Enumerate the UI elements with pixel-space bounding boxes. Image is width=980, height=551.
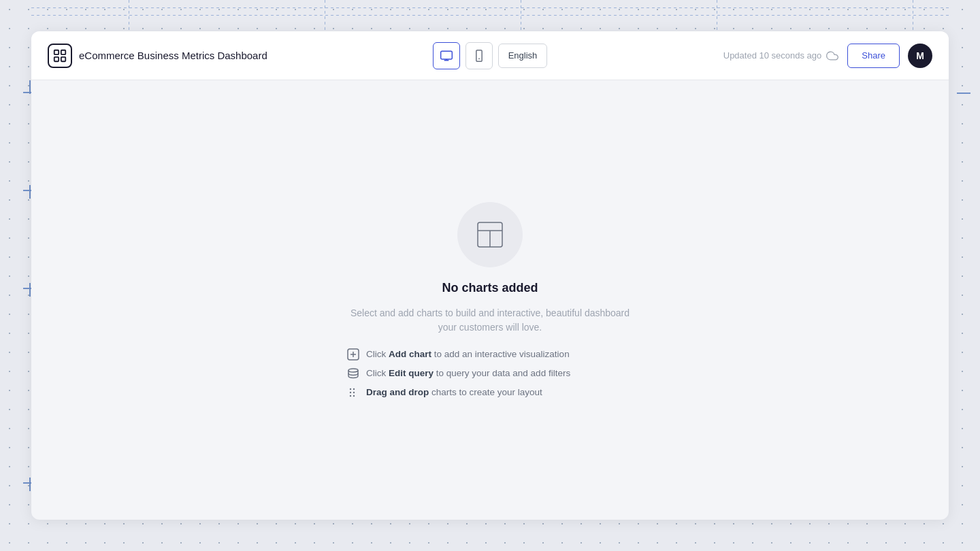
dashboard-card: eCommerce Business Metrics Dashboard Eng… xyxy=(31,31,949,520)
desktop-view-button[interactable] xyxy=(433,42,460,69)
header: eCommerce Business Metrics Dashboard Eng… xyxy=(31,31,949,80)
instructions-list: Click Add chart to add an interactive vi… xyxy=(347,348,633,399)
desktop-icon xyxy=(440,49,453,63)
svg-point-17 xyxy=(350,391,351,393)
header-center: English xyxy=(433,42,548,69)
instruction-drag-drop: Drag and drop charts to create your layo… xyxy=(347,386,633,399)
logo-svg xyxy=(52,48,67,63)
instruction-edit-query: Click Edit query to query your data and … xyxy=(347,367,633,380)
instruction-1-text: Click Add chart to add an interactive vi… xyxy=(366,349,570,359)
mobile-icon xyxy=(472,49,486,63)
svg-rect-4 xyxy=(440,51,452,59)
add-chart-icon xyxy=(347,348,359,361)
layout-icon xyxy=(475,220,505,250)
cloud-icon xyxy=(826,49,839,63)
svg-rect-3 xyxy=(61,56,65,61)
svg-point-18 xyxy=(350,395,351,396)
app-logo xyxy=(48,44,72,68)
database-icon xyxy=(347,367,359,380)
instruction-add-chart: Click Add chart to add an interactive vi… xyxy=(347,348,633,361)
svg-rect-1 xyxy=(61,50,65,54)
empty-state-icon-circle xyxy=(457,202,523,267)
empty-state: No charts added Select and add charts to… xyxy=(347,202,633,399)
svg-point-21 xyxy=(353,395,355,396)
svg-point-15 xyxy=(348,369,358,372)
svg-point-16 xyxy=(350,388,351,389)
svg-rect-7 xyxy=(476,50,482,61)
empty-state-subtitle: Select and add charts to build and inter… xyxy=(347,306,633,335)
empty-state-title: No charts added xyxy=(442,281,538,295)
updated-status: Updated 10 seconds ago xyxy=(723,49,840,63)
drag-icon xyxy=(347,386,359,399)
instruction-2-text: Click Edit query to query your data and … xyxy=(366,368,570,378)
main-content: No charts added Select and add charts to… xyxy=(31,80,949,520)
app-title: eCommerce Business Metrics Dashboard xyxy=(79,50,267,61)
language-button[interactable]: English xyxy=(498,44,548,68)
svg-point-19 xyxy=(353,388,355,389)
mobile-view-button[interactable] xyxy=(466,42,493,69)
share-button[interactable]: Share xyxy=(847,44,900,68)
header-right: Updated 10 seconds ago Share M xyxy=(547,44,932,68)
svg-rect-0 xyxy=(54,50,59,54)
updated-text-label: Updated 10 seconds ago xyxy=(723,50,822,61)
svg-point-20 xyxy=(353,391,355,393)
logo-area: eCommerce Business Metrics Dashboard xyxy=(48,44,433,68)
instruction-3-text: Drag and drop charts to create your layo… xyxy=(366,387,542,397)
svg-rect-2 xyxy=(54,56,59,61)
avatar[interactable]: M xyxy=(908,44,932,68)
